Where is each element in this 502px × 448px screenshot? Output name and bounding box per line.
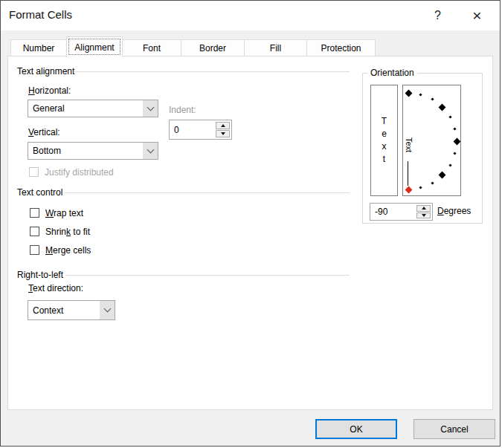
text-alignment-section-label: Text alignment — [17, 66, 74, 77]
tab-protection[interactable]: Protection — [306, 39, 376, 56]
tab-label: Alignment — [74, 42, 114, 53]
cancel-button[interactable]: Cancel — [413, 419, 495, 439]
tab-label: Number — [23, 43, 55, 53]
merge-cells-checkbox[interactable] — [30, 245, 39, 255]
titlebar: Format Cells ? × — [1, 1, 500, 30]
vertical-sample-letter: T — [382, 115, 387, 128]
orientation-marker[interactable] — [439, 103, 446, 111]
vertical-combobox[interactable]: Bottom — [28, 142, 158, 160]
horizontal-combobox[interactable]: General — [28, 100, 158, 117]
justify-distributed-checkbox-row[interactable]: Justify distributed — [29, 166, 114, 178]
vertical-combobox-dropdown-button[interactable] — [143, 143, 158, 159]
orientation-marker[interactable] — [431, 181, 434, 184]
text-control-section-label: Text control — [17, 187, 62, 198]
indent-label: Indent: — [169, 105, 196, 115]
ok-button-label: OK — [350, 424, 362, 435]
orientation-vertical-sample[interactable]: Text — [370, 85, 398, 196]
vertical-sample-letter: x — [382, 140, 387, 153]
indent-spin-buttons — [216, 122, 230, 137]
orientation-marker[interactable] — [405, 89, 412, 97]
degrees-spin-buttons — [416, 205, 431, 218]
tab-border[interactable]: Border — [181, 39, 245, 56]
alignment-tab-page: Text alignment Horizontal: General Inden… — [7, 56, 493, 410]
cancel-button-label: Cancel — [440, 424, 468, 435]
right-to-left-section-label: Right-to-left — [17, 270, 63, 280]
section-divider — [65, 275, 350, 276]
text-direction-label: Text direction: — [28, 283, 83, 293]
orientation-marker[interactable] — [454, 127, 457, 130]
vertical-combobox-value: Bottom — [28, 143, 143, 159]
tab-label: Fill — [270, 43, 281, 53]
indent-value: 0 — [174, 125, 179, 135]
orientation-group: Orientation Text Text -90 Degrees — [362, 73, 483, 224]
arrow-up-icon — [221, 124, 225, 127]
degrees-spinner[interactable]: -90 — [370, 203, 433, 221]
tab-label: Font — [143, 43, 161, 53]
shrink-to-fit-checkbox[interactable] — [30, 227, 39, 236]
format-cells-dialog: Format Cells ? × Number Alignment Font B… — [0, 0, 501, 447]
arrow-down-icon — [221, 132, 225, 135]
degrees-spin-down-button[interactable] — [416, 212, 431, 219]
orientation-marker[interactable] — [431, 98, 434, 101]
indent-spinner[interactable]: 0 — [169, 120, 232, 140]
section-divider — [74, 71, 350, 72]
close-button[interactable]: × — [460, 1, 494, 30]
ok-button[interactable]: OK — [315, 419, 397, 439]
tab-alignment[interactable]: Alignment — [66, 36, 123, 57]
orientation-marker[interactable] — [448, 115, 451, 118]
tab-label: Border — [199, 43, 226, 53]
orientation-dial[interactable]: Text — [402, 85, 461, 196]
indent-spin-up-button[interactable] — [216, 122, 230, 129]
help-icon: ? — [434, 9, 441, 22]
horizontal-combobox-value: General — [28, 100, 143, 117]
section-divider — [64, 192, 350, 193]
orientation-marker[interactable] — [419, 93, 422, 96]
orientation-marker[interactable] — [454, 152, 457, 155]
shrink-to-fit-label: Shrink to fit — [45, 227, 90, 237]
orientation-rotated-sample: Text — [405, 137, 413, 152]
merge-cells-checkbox-row[interactable]: Merge cells — [30, 244, 91, 256]
vertical-label: Vertical: — [28, 127, 60, 137]
orientation-needle — [408, 161, 408, 186]
close-icon: × — [472, 7, 481, 25]
indent-spin-down-button[interactable] — [216, 130, 230, 137]
chevron-down-icon — [103, 305, 111, 313]
help-button[interactable]: ? — [421, 1, 454, 30]
text-direction-combobox[interactable]: Context — [28, 300, 115, 320]
wrap-text-checkbox-row[interactable]: Wrap text — [30, 207, 83, 218]
vertical-sample-letter: t — [383, 153, 385, 166]
shrink-to-fit-checkbox-row[interactable]: Shrink to fit — [30, 226, 90, 237]
justify-distributed-label: Justify distributed — [45, 167, 114, 178]
chevron-down-icon — [147, 146, 154, 153]
arrow-down-icon — [422, 214, 426, 217]
tab-number[interactable]: Number — [10, 39, 67, 56]
orientation-marker[interactable] — [439, 172, 446, 179]
degrees-label: Degrees — [437, 206, 471, 216]
arrow-up-icon — [422, 207, 426, 210]
orientation-marker[interactable] — [419, 186, 422, 189]
tab-label: Protection — [321, 43, 361, 53]
orientation-marker[interactable] — [448, 163, 451, 166]
degrees-value: -90 — [375, 207, 387, 217]
tab-fill[interactable]: Fill — [244, 39, 307, 56]
orientation-marker[interactable] — [453, 137, 460, 145]
degrees-spin-up-button[interactable] — [416, 205, 431, 212]
text-direction-combobox-value: Context — [28, 301, 100, 319]
dialog-title: Format Cells — [9, 8, 72, 21]
orientation-section-label: Orientation — [367, 68, 417, 78]
wrap-text-label: Wrap text — [45, 208, 83, 218]
text-direction-combobox-dropdown-button[interactable] — [100, 301, 115, 319]
merge-cells-label: Merge cells — [45, 245, 91, 256]
wrap-text-checkbox[interactable] — [30, 208, 39, 218]
horizontal-combobox-dropdown-button[interactable] — [143, 100, 158, 117]
orientation-marker-selected[interactable] — [405, 186, 412, 193]
horizontal-label: Horizontal: — [28, 85, 71, 96]
justify-distributed-checkbox[interactable] — [29, 167, 39, 177]
tab-font[interactable]: Font — [122, 39, 181, 56]
chevron-down-icon — [147, 103, 154, 111]
vertical-sample-letter: e — [382, 128, 387, 140]
